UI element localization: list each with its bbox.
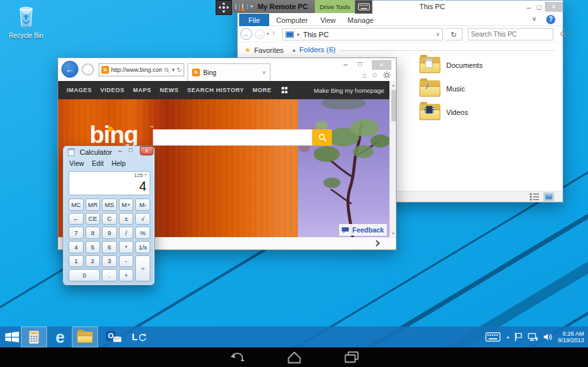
nav-more[interactable]: MORE (253, 87, 272, 93)
taskbar-internet-explorer-button[interactable]: e (48, 327, 72, 347)
search-input[interactable] (468, 31, 560, 38)
key-1[interactable]: 1 (69, 255, 84, 268)
folder-item-documents[interactable]: Documents (419, 57, 483, 73)
tab-manage[interactable]: Manage (344, 14, 378, 26)
key-equals[interactable]: = (135, 255, 150, 281)
key-percent[interactable]: % (135, 227, 150, 239)
apps-grid-icon[interactable] (282, 87, 288, 93)
up-button[interactable]: ↑ (272, 29, 276, 37)
address-bar[interactable]: ▸ This PC ∨ (282, 28, 443, 40)
taskbar-calculator-button[interactable] (21, 327, 47, 347)
volume-icon[interactable] (544, 333, 552, 341)
search-box[interactable] (468, 28, 553, 40)
key-c[interactable]: C (102, 213, 117, 225)
maximize-button[interactable]: □ (534, 3, 544, 12)
minimize-button[interactable]: – (118, 147, 122, 154)
folders-group-label[interactable]: Folders (6) (299, 46, 336, 54)
key-minus[interactable]: - (119, 255, 134, 268)
properties-icon[interactable] (242, 3, 244, 10)
key-7[interactable]: 7 (69, 227, 84, 239)
scrollbar-thumb[interactable] (391, 90, 396, 121)
maximize-button[interactable]: □ (358, 60, 362, 67)
tab-computer[interactable]: Computer (272, 14, 312, 26)
key-sqrt[interactable]: √ (135, 213, 150, 225)
url-text[interactable]: http://www.bing.com/ (111, 67, 162, 73)
nav-maps[interactable]: MAPS (133, 87, 152, 93)
key-8[interactable]: 8 (86, 227, 101, 239)
remote-keyboard-button[interactable] (355, 0, 372, 14)
browser-address-bar[interactable]: b http://www.bing.com/ ▾ ↻ (99, 63, 184, 76)
key-5[interactable]: 5 (86, 241, 101, 253)
key-ms[interactable]: MS (102, 199, 117, 211)
taskbar-outlook-button[interactable]: O (103, 327, 125, 347)
minimize-button[interactable]: – (344, 60, 348, 68)
folders-group-header[interactable]: ▴ Folders (6) (293, 46, 555, 54)
android-back-button[interactable] (225, 349, 248, 365)
nav-news[interactable]: NEWS (160, 87, 179, 93)
close-button[interactable]: × (140, 146, 154, 155)
browser-forward-button[interactable]: → (82, 63, 94, 76)
taskbar-file-explorer-button[interactable] (72, 327, 98, 347)
key-reciprocal[interactable]: 1/x (135, 241, 150, 253)
collapse-group-icon[interactable]: ▴ (293, 47, 295, 53)
maximize-button[interactable]: □ (129, 147, 132, 153)
remote-session-toolbar[interactable]: ▾ My Remote PC Drive Tools (232, 0, 355, 13)
menu-view[interactable]: View (69, 159, 84, 167)
help-icon[interactable]: ? (546, 15, 555, 24)
scroll-down-icon[interactable]: ∨ (390, 231, 397, 235)
address-dropdown-icon[interactable]: ▾ (172, 67, 175, 73)
key-divide[interactable]: / (119, 227, 134, 239)
key-decimal[interactable]: . (102, 269, 117, 281)
bing-search-box[interactable] (153, 129, 312, 146)
drive-tools-contextual-tab[interactable]: Drive Tools (315, 0, 355, 13)
key-multiply[interactable]: * (119, 241, 134, 253)
folder-item-videos[interactable]: Videos (419, 104, 468, 120)
taskbar-clock[interactable]: 6:26 AM 9/19/2013 (558, 330, 584, 343)
key-mplus[interactable]: M+ (119, 199, 134, 211)
favorites-star-icon[interactable]: ☆ (371, 71, 378, 80)
tab-view[interactable]: View (315, 14, 341, 26)
close-button[interactable]: × (545, 2, 563, 12)
history-dropdown-icon[interactable]: ▾ (267, 31, 269, 37)
scroll-up-icon[interactable]: ∧ (390, 83, 397, 88)
bing-search-input[interactable] (154, 130, 312, 145)
key-backspace[interactable]: ← (69, 213, 84, 225)
touch-keyboard-icon[interactable] (485, 332, 500, 342)
address-dropdown-icon[interactable]: ∨ (436, 31, 440, 37)
key-2[interactable]: 2 (86, 255, 101, 268)
bing-search-button[interactable] (312, 129, 332, 146)
back-button[interactable]: ← (240, 28, 252, 40)
start-button[interactable] (3, 327, 21, 347)
home-icon[interactable]: ⌂ (362, 71, 367, 80)
new-folder-icon[interactable] (246, 3, 248, 10)
key-3[interactable]: 3 (102, 255, 117, 268)
expand-ribbon-icon[interactable]: ∨ (532, 15, 536, 22)
key-mr[interactable]: MR (86, 199, 101, 211)
breadcrumb[interactable]: This PC (303, 31, 329, 39)
minimize-button[interactable]: – (524, 3, 533, 12)
address-search-icon[interactable] (164, 67, 170, 73)
browser-back-button[interactable]: ← (61, 61, 78, 78)
recycle-bin-shortcut[interactable]: Recycle Bin (8, 4, 44, 39)
show-hidden-icons-chevron[interactable]: ▴ (506, 334, 509, 340)
calculator-titlebar[interactable]: Calculator – □ × (63, 146, 154, 158)
nav-search-history[interactable]: SEARCH HISTORY (188, 87, 244, 93)
make-homepage-link[interactable]: Make Bing my homepage (314, 87, 384, 94)
details-view-icon[interactable] (530, 193, 539, 200)
key-4[interactable]: 4 (69, 241, 84, 253)
close-button[interactable]: × (372, 60, 391, 70)
key-9[interactable]: 9 (102, 227, 117, 239)
key-mc[interactable]: MC (69, 199, 84, 211)
key-ce[interactable]: CE (86, 213, 101, 225)
nav-videos[interactable]: VIDEOS (101, 87, 125, 93)
key-plus[interactable]: + (119, 269, 134, 281)
taskbar-lync-button[interactable]: L (128, 327, 150, 347)
browser-tab[interactable]: b Bing × (188, 63, 270, 81)
key-negate[interactable]: ± (119, 213, 134, 225)
network-icon[interactable] (528, 333, 538, 341)
thumbnail-view-icon[interactable] (544, 193, 553, 200)
sidebar-item-favorites[interactable]: ★ Favorites (244, 46, 284, 54)
menu-edit[interactable]: Edit (92, 159, 104, 167)
forward-button[interactable]: → (255, 29, 265, 39)
settings-gear-icon[interactable] (383, 71, 391, 79)
